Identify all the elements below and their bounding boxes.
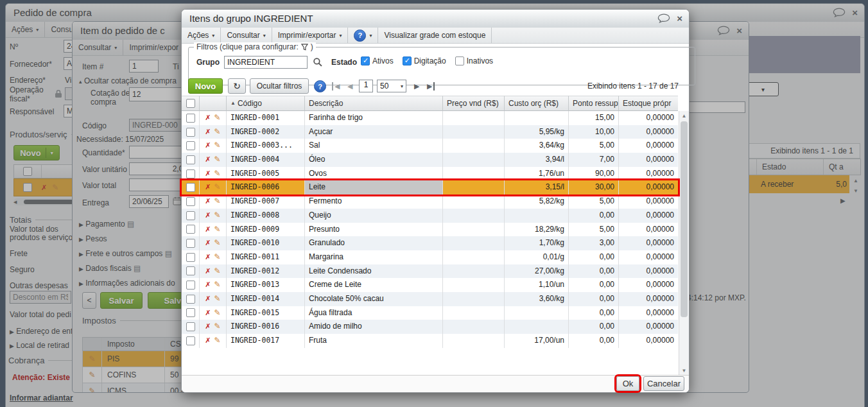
- page-number-input[interactable]: 1: [359, 80, 373, 92]
- select-all-checkbox[interactable]: [186, 99, 195, 108]
- modal-vscrollbar[interactable]: ▲ ▼: [679, 111, 689, 376]
- table-row[interactable]: ✗✎ INGRED-0001 Farinha de trigo 15,00 0,…: [182, 111, 678, 125]
- scroll-up-icon[interactable]: ▲: [679, 113, 689, 119]
- delete-icon[interactable]: ✗: [205, 180, 211, 195]
- page-first-icon[interactable]: ◀: [332, 82, 342, 91]
- estado-checkbox[interactable]: Inativos: [455, 56, 493, 65]
- edit-icon[interactable]: ✎: [214, 223, 221, 237]
- edit-icon[interactable]: ✎: [214, 250, 221, 264]
- delete-icon[interactable]: ✗: [205, 139, 211, 153]
- col-estoque[interactable]: Estoque própr: [619, 96, 678, 111]
- col-codigo[interactable]: ▲Código: [227, 96, 305, 111]
- row-checkbox[interactable]: [186, 197, 195, 206]
- delete-icon[interactable]: ✗: [205, 320, 211, 334]
- edit-icon[interactable]: ✎: [214, 320, 221, 334]
- visualizar-grade-button[interactable]: Visualizar grade com estoque: [378, 28, 492, 43]
- scrollbar-thumb[interactable]: [681, 121, 688, 317]
- page-next-icon[interactable]: ▶: [412, 82, 422, 91]
- edit-icon[interactable]: ✎: [214, 334, 221, 348]
- row-checkbox[interactable]: [186, 141, 195, 150]
- edit-icon[interactable]: ✎: [214, 292, 221, 306]
- row-checkbox[interactable]: [186, 308, 195, 317]
- chat-icon[interactable]: [657, 13, 670, 23]
- ocultar-filtros-button[interactable]: Ocultar filtros: [250, 78, 309, 94]
- edit-icon[interactable]: ✎: [214, 139, 221, 153]
- table-row[interactable]: ✗✎ INGRED-0014 Chocolate 50% cacau 3,60/…: [182, 292, 678, 306]
- edit-icon[interactable]: ✎: [214, 236, 221, 250]
- novo-button[interactable]: Novo: [188, 78, 223, 94]
- menu-imprimir-exportar[interactable]: Imprimir/exportar▾: [272, 28, 349, 43]
- row-checkbox[interactable]: [186, 239, 195, 248]
- close-icon[interactable]: ×: [677, 14, 682, 23]
- table-row[interactable]: ✗✎ INGRED-0017 Fruta 17,00/un 0,00 0,000…: [182, 334, 678, 348]
- table-row[interactable]: ✗✎ INGRED-0010 Granulado 1,70/kg 3,00 0,…: [182, 236, 678, 250]
- table-row[interactable]: ✗✎ INGRED-0003... Sal 3,64/kg 5,00 0,000…: [182, 139, 678, 153]
- page-size-select[interactable]: 50▾: [377, 80, 406, 92]
- row-checkbox[interactable]: [186, 253, 195, 262]
- edit-icon[interactable]: ✎: [214, 195, 221, 209]
- table-row[interactable]: ✗✎ INGRED-0007 Fermento 5,82/kg 5,00 0,0…: [182, 195, 678, 209]
- delete-icon[interactable]: ✗: [205, 334, 211, 348]
- delete-icon[interactable]: ✗: [205, 223, 211, 237]
- row-checkbox[interactable]: [186, 155, 195, 164]
- delete-icon[interactable]: ✗: [205, 236, 211, 250]
- delete-icon[interactable]: ✗: [205, 250, 211, 264]
- cancelar-button[interactable]: Cancelar: [643, 376, 684, 391]
- row-checkbox[interactable]: [186, 266, 195, 275]
- table-row[interactable]: ✗✎ INGRED-0015 Água filtrada 0,00 0,0000…: [182, 306, 678, 320]
- col-custo-orc[interactable]: Custo orç (R$): [505, 96, 569, 111]
- edit-icon[interactable]: ✎: [214, 209, 221, 223]
- help-icon[interactable]: ?: [314, 80, 326, 92]
- col-descricao[interactable]: Descrição: [305, 96, 443, 111]
- col-preco-vnd[interactable]: Preço vnd (R$): [443, 96, 505, 111]
- table-row[interactable]: ✗✎ INGRED-0012 Leite Condensado 27,00/kg…: [182, 264, 678, 279]
- help-icon[interactable]: ?: [354, 30, 366, 42]
- table-row[interactable]: ✗✎ INGRED-0006 Leite 3,15/l 30,00 0,0000…: [182, 180, 678, 195]
- help-menu[interactable]: ?▾: [348, 28, 378, 43]
- edit-icon[interactable]: ✎: [214, 306, 221, 320]
- row-checkbox[interactable]: [186, 295, 195, 304]
- table-row[interactable]: ✗✎ INGRED-0011 Margarina 0,01/g 0,00 0,0…: [182, 250, 678, 264]
- delete-icon[interactable]: ✗: [205, 153, 211, 167]
- edit-icon[interactable]: ✎: [214, 167, 221, 181]
- page-last-icon[interactable]: ▶: [424, 82, 435, 91]
- row-checkbox[interactable]: [186, 211, 195, 220]
- search-icon[interactable]: [313, 57, 322, 67]
- menu-acoes[interactable]: Ações▾: [182, 28, 221, 43]
- table-row[interactable]: ✗✎ INGRED-0008 Queijo 0,00 0,00000: [182, 209, 678, 223]
- delete-icon[interactable]: ✗: [205, 209, 211, 223]
- col-ponto-ressup[interactable]: Ponto ressup: [569, 96, 619, 111]
- table-row[interactable]: ✗✎ INGRED-0004 Óleo 3,94/l 7,00 0,00000: [182, 153, 678, 167]
- row-checkbox[interactable]: [186, 128, 195, 137]
- delete-icon[interactable]: ✗: [205, 264, 211, 279]
- page-prev-icon[interactable]: ◀: [345, 82, 355, 91]
- row-checkbox[interactable]: [186, 225, 195, 234]
- estado-checkbox[interactable]: Digitação: [403, 56, 446, 65]
- estado-checkbox[interactable]: Ativos: [361, 56, 394, 65]
- delete-icon[interactable]: ✗: [205, 292, 211, 306]
- row-checkbox[interactable]: [186, 114, 195, 123]
- row-checkbox[interactable]: [186, 281, 195, 290]
- table-row[interactable]: ✗✎ INGRED-0009 Presunto 18,29/kg 5,00 0,…: [182, 223, 678, 237]
- edit-icon[interactable]: ✎: [214, 278, 221, 292]
- row-checkbox[interactable]: [186, 336, 195, 345]
- delete-icon[interactable]: ✗: [205, 195, 211, 209]
- table-row[interactable]: ✗✎ INGRED-0005 Ovos 1,76/un 90,00 0,0000…: [182, 167, 678, 181]
- edit-icon[interactable]: ✎: [214, 180, 221, 195]
- grupo-filter-input[interactable]: [224, 56, 308, 69]
- delete-icon[interactable]: ✗: [205, 111, 211, 125]
- filters-legend[interactable]: Filtros (clique para configurar: ): [194, 42, 316, 51]
- delete-icon[interactable]: ✗: [205, 278, 211, 292]
- row-checkbox[interactable]: [186, 183, 195, 192]
- edit-icon[interactable]: ✎: [214, 153, 221, 167]
- delete-icon[interactable]: ✗: [205, 125, 211, 139]
- refresh-button[interactable]: ↻: [228, 78, 246, 94]
- delete-icon[interactable]: ✗: [205, 306, 211, 320]
- ok-button[interactable]: Ok: [616, 376, 639, 391]
- edit-icon[interactable]: ✎: [214, 111, 221, 125]
- scroll-down-icon[interactable]: ▼: [679, 368, 689, 374]
- table-row[interactable]: ✗✎ INGRED-0013 Creme de Leite 1,10/un 0,…: [182, 278, 678, 292]
- table-row[interactable]: ✗✎ INGRED-0002 Açucar 5,95/kg 10,00 0,00…: [182, 125, 678, 139]
- edit-icon[interactable]: ✎: [214, 125, 221, 139]
- table-row[interactable]: ✗✎ INGRED-0016 Amido de milho 0,00 0,000…: [182, 320, 678, 334]
